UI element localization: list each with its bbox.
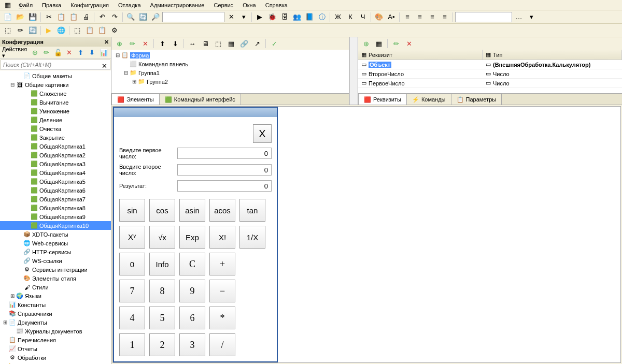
props-cols-button[interactable]: ▦ bbox=[373, 38, 385, 49]
wand-button[interactable]: ✏ bbox=[15, 25, 26, 36]
align-just-button[interactable]: ≡ bbox=[439, 11, 450, 23]
menu-edit[interactable]: Правка bbox=[38, 1, 65, 9]
props-row[interactable]: ▭ВтороеЧисло▭Число bbox=[358, 69, 622, 79]
form-add-button[interactable]: ⊕ bbox=[114, 38, 125, 49]
search-field[interactable] bbox=[162, 12, 224, 22]
db-button[interactable]: 🗄 bbox=[279, 11, 290, 23]
style1-button[interactable]: Ж bbox=[332, 11, 344, 23]
edit-button[interactable]: ✏ bbox=[41, 47, 52, 59]
props-row[interactable]: ▭ПервоеЧисло▭Число bbox=[358, 79, 622, 88]
tab[interactable]: 📋Параметры bbox=[451, 94, 502, 105]
calc-button[interactable]: Info bbox=[149, 253, 175, 275]
down-button[interactable]: ⬇ bbox=[87, 47, 97, 59]
play-button[interactable]: ▶ bbox=[43, 25, 54, 36]
actions-dropdown[interactable]: Действия ▾ bbox=[2, 46, 29, 59]
col-type[interactable]: ▦ Тип bbox=[483, 50, 622, 60]
info-button[interactable]: ⓘ bbox=[316, 11, 328, 23]
calc-button[interactable]: * bbox=[209, 307, 235, 329]
tree-item[interactable]: 🟩Умножение bbox=[0, 107, 111, 115]
props-add-button[interactable]: ⊕ bbox=[360, 38, 372, 49]
sort-button[interactable]: 📊 bbox=[98, 47, 109, 59]
calc-button[interactable]: acos bbox=[209, 199, 235, 222]
new-button[interactable]: 📄 bbox=[2, 11, 13, 23]
form-move-button[interactable]: ↔ bbox=[187, 38, 198, 49]
tree-item[interactable]: 🟩ОбщаяКартинка4 bbox=[0, 168, 111, 177]
form-screen-button[interactable]: 🖥 bbox=[200, 38, 211, 49]
run-button[interactable]: ▶ bbox=[254, 11, 265, 23]
tree-item[interactable]: 📋Перечисления bbox=[0, 336, 111, 344]
form-arrow-button[interactable]: ↗ bbox=[251, 38, 263, 49]
cut-button[interactable]: ✂ bbox=[43, 11, 54, 23]
calc-button[interactable]: 1/X bbox=[239, 226, 265, 249]
zoom-button[interactable]: 🔎 bbox=[150, 11, 161, 23]
open-button[interactable]: 📂 bbox=[15, 11, 26, 23]
form-panel-button[interactable]: ▦ bbox=[225, 38, 237, 49]
tree-item[interactable]: 📦XDTO-пакеты bbox=[0, 230, 111, 239]
menu-debug[interactable]: Отладка bbox=[114, 1, 145, 9]
form-check-button[interactable]: ✓ bbox=[268, 38, 280, 49]
expand-icon[interactable]: ⊞ bbox=[9, 293, 16, 299]
menu-file[interactable]: ФФайлайл bbox=[15, 1, 37, 9]
list1-button[interactable]: 📋 bbox=[84, 25, 95, 36]
calc-button[interactable]: Xʸ bbox=[119, 226, 145, 249]
calc-button[interactable]: 1 bbox=[119, 333, 145, 356]
font-color-button[interactable]: A▪ bbox=[386, 11, 397, 23]
calc-button[interactable]: 8 bbox=[149, 280, 175, 302]
form-tree-item[interactable]: ⬜Командная панель bbox=[112, 60, 348, 68]
calc-button[interactable]: 2 bbox=[149, 333, 175, 356]
tree-item[interactable]: 🟩ОбщаяКартинка7 bbox=[0, 195, 111, 203]
syntax-button[interactable]: 📘 bbox=[304, 11, 315, 23]
tree-item[interactable]: 🟩Вычитание bbox=[0, 98, 111, 107]
tree-item[interactable]: 📐Планы видов характеристик bbox=[0, 362, 111, 364]
font-field[interactable] bbox=[455, 12, 512, 22]
style3-button[interactable]: Ч bbox=[357, 11, 369, 23]
tree-item[interactable]: ⚙Сервисы интеграции bbox=[0, 265, 111, 274]
tab[interactable]: 🟥Элементы bbox=[111, 94, 160, 105]
col-attribute[interactable]: ▦ Реквизит bbox=[358, 50, 483, 60]
wand2-button[interactable]: 🔓 bbox=[53, 47, 63, 59]
form-link-button[interactable]: 🔗 bbox=[238, 38, 250, 49]
app-icon[interactable]: ▦ bbox=[2, 0, 13, 11]
tree-item[interactable]: 📄Общие макеты bbox=[0, 71, 111, 80]
calc-button[interactable]: sin bbox=[119, 199, 145, 222]
calc-button[interactable]: 7 bbox=[119, 280, 145, 302]
tree-item[interactable]: 🌐Web-сервисы bbox=[0, 239, 111, 247]
input-result[interactable] bbox=[177, 180, 272, 192]
print-button[interactable]: 🖨 bbox=[80, 11, 92, 23]
menu-service[interactable]: Сервис bbox=[209, 1, 237, 9]
tree-item[interactable]: ⊞🌍Языки bbox=[0, 292, 111, 300]
up-button[interactable]: ⬆ bbox=[76, 47, 86, 59]
calc-button[interactable]: X! bbox=[209, 226, 235, 249]
form-edit-button[interactable]: ✏ bbox=[126, 38, 138, 49]
calc-button[interactable]: 5 bbox=[149, 307, 175, 329]
calc-button[interactable]: 9 bbox=[179, 280, 205, 302]
calc-button[interactable]: 3 bbox=[179, 333, 205, 356]
tree-item[interactable]: ⚙Обработки bbox=[0, 353, 111, 362]
align-right-button[interactable]: ≡ bbox=[427, 11, 438, 23]
menu-admin[interactable]: Администрирование bbox=[146, 1, 209, 9]
expand-icon[interactable]: ⊞ bbox=[2, 319, 8, 325]
calc-button[interactable]: / bbox=[209, 333, 235, 356]
form-del-button[interactable]: ✕ bbox=[139, 38, 151, 49]
menu-config[interactable]: Конфигурация bbox=[66, 1, 113, 9]
tree-item[interactable]: 🔗WS-ссылки bbox=[0, 256, 111, 265]
input-first-number[interactable] bbox=[177, 148, 272, 159]
tree-collapse-button[interactable]: ⬚ bbox=[2, 25, 13, 36]
delete-button[interactable]: ✕ bbox=[64, 47, 75, 59]
form-tree[interactable]: ⊟📋Форма⬜Командная панель⊟📁Группа1⊞📁Групп… bbox=[111, 50, 349, 93]
calc-button[interactable]: − bbox=[209, 280, 235, 302]
tree-item[interactable]: 🟩ОбщаяКартинка2 bbox=[0, 151, 111, 159]
expand-icon[interactable]: ⊟ bbox=[9, 82, 16, 88]
tree-item[interactable]: 🟩ОбщаяКартинка6 bbox=[0, 186, 111, 195]
tab[interactable]: ⚡Команды bbox=[406, 94, 451, 105]
form-up-button[interactable]: ⬆ bbox=[157, 38, 168, 49]
tree-item[interactable]: 🟩ОбщаяКартинка1 bbox=[0, 142, 111, 151]
calc-button[interactable]: 0 bbox=[119, 253, 145, 275]
panel-close-icon[interactable]: ✕ bbox=[104, 39, 109, 46]
calc-button[interactable]: Exp bbox=[179, 226, 205, 249]
form-down-button[interactable]: ⬇ bbox=[169, 38, 181, 49]
config-tree[interactable]: 📄Общие макеты⊟🖼Общие картинки🟩Сложение🟩В… bbox=[0, 70, 111, 364]
props-del-button[interactable]: ✕ bbox=[403, 38, 415, 49]
input-second-number[interactable] bbox=[177, 164, 272, 176]
tree-search-input[interactable] bbox=[1, 60, 98, 69]
